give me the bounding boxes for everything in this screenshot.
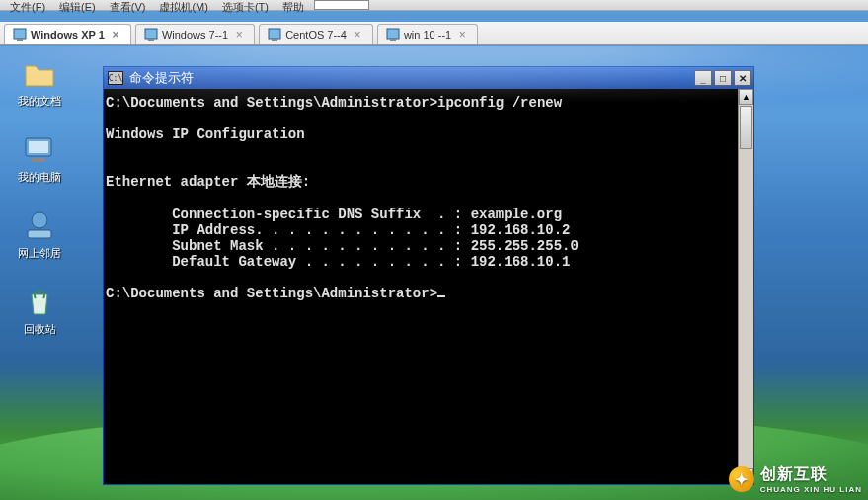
svg-rect-1	[17, 39, 23, 41]
menu-file[interactable]: 文件(F)	[4, 0, 51, 15]
vm-tabstrip: Windows XP 1 × Windows 7--1 × CentOS 7--…	[0, 22, 868, 45]
svg-rect-3	[148, 39, 154, 41]
watermark: ✦ 创新互联 CHUANG XIN HU LIAN	[729, 464, 862, 494]
cmd-mask: Subnet Mask . . . . . . . . . . . : 255.…	[106, 238, 579, 254]
svg-rect-6	[387, 29, 399, 39]
scroll-thumb[interactable]	[740, 106, 752, 149]
watermark-icon: ✦	[729, 466, 754, 492]
menu-tabs[interactable]: 选项卡(T)	[216, 0, 275, 15]
icon-my-computer[interactable]: 我的电脑	[10, 132, 69, 185]
svg-rect-5	[272, 39, 277, 41]
tab-close-icon[interactable]: ×	[455, 28, 469, 42]
menu-vm[interactable]: 虚拟机(M)	[153, 0, 214, 15]
cmd-gw: Default Gateway . . . . . . . . . : 192.…	[106, 254, 570, 270]
icon-label: 我的文档	[18, 94, 61, 109]
maximize-button[interactable]: □	[714, 70, 732, 86]
cmd-prompt: C:\Documents and Settings\Administrator>	[106, 95, 437, 111]
cmd-scrollbar[interactable]: ▲ ▼	[738, 89, 753, 484]
vm-icon	[268, 28, 281, 42]
watermark-sub: CHUANG XIN HU LIAN	[760, 485, 862, 494]
cmd-command: ipconfig /renew	[437, 95, 562, 111]
tab-centos-7[interactable]: CentOS 7--4 ×	[259, 24, 373, 44]
folder-icon	[22, 56, 57, 92]
cmd-terminal[interactable]: C:\Documents and Settings\Administrator>…	[104, 89, 738, 484]
watermark-main: 创新互联	[760, 465, 828, 482]
recycle-icon	[22, 285, 57, 320]
menu-view[interactable]: 查看(V)	[104, 0, 152, 15]
tab-close-icon[interactable]: ×	[351, 28, 364, 42]
cmd-cursor	[437, 295, 445, 297]
cmd-window: C:\ 命令提示符 _ □ ✕ C:\Documents and Setting…	[103, 66, 754, 485]
cmd-heading: Windows IP Configuration	[106, 126, 305, 142]
tab-label: win 10 --1	[404, 29, 451, 41]
network-icon	[22, 208, 57, 244]
vm-icon	[13, 28, 27, 42]
cmd-prompt: C:\Documents and Settings\Administrator>	[106, 286, 437, 301]
icon-label: 网上邻居	[18, 246, 61, 261]
svg-rect-0	[14, 29, 26, 39]
computer-icon	[22, 132, 57, 168]
vm-icon	[144, 28, 158, 42]
tab-win-10[interactable]: win 10 --1 ×	[377, 24, 478, 44]
tab-windows-xp[interactable]: Windows XP 1 ×	[4, 24, 131, 44]
cmd-dns: Connection-specific DNS Suffix . : examp…	[106, 207, 562, 222]
svg-rect-4	[269, 29, 280, 39]
desktop-icons: 我的文档 我的电脑 网上邻居 回收站	[10, 56, 69, 337]
tab-label: Windows 7--1	[162, 29, 228, 41]
svg-point-11	[32, 212, 47, 228]
close-button[interactable]: ✕	[734, 70, 751, 86]
tab-windows-7[interactable]: Windows 7--1 ×	[135, 24, 255, 44]
cmd-title: 命令提示符	[129, 69, 692, 87]
icon-recycle-bin[interactable]: 回收站	[10, 285, 69, 337]
scroll-up-icon[interactable]: ▲	[739, 89, 753, 105]
icon-network-places[interactable]: 网上邻居	[10, 208, 69, 261]
cmd-titlebar[interactable]: C:\ 命令提示符 _ □ ✕	[104, 67, 753, 89]
cmd-ip: IP Address. . . . . . . . . . . . : 192.…	[106, 222, 570, 238]
guest-desktop[interactable]: 我的文档 我的电脑 网上邻居 回收站 C:\ 命令提示符 _ □ ✕ C:\Do…	[0, 46, 868, 500]
zoom-spinner[interactable]	[314, 0, 369, 10]
menu-help[interactable]: 帮助	[276, 0, 310, 15]
cmd-adapter: Ethernet adapter 本地连接:	[106, 174, 310, 190]
menu-edit[interactable]: 编辑(E)	[53, 0, 102, 15]
tab-close-icon[interactable]: ×	[232, 28, 246, 42]
vm-icon	[386, 28, 400, 42]
icon-my-documents[interactable]: 我的文档	[10, 56, 69, 109]
tab-close-icon[interactable]: ×	[109, 28, 122, 42]
icon-label: 回收站	[24, 322, 56, 337]
tab-label: CentOS 7--4	[285, 29, 347, 41]
minimize-button[interactable]: _	[694, 70, 712, 86]
svg-rect-12	[28, 230, 51, 238]
cmd-app-icon: C:\	[108, 71, 123, 85]
svg-rect-9	[29, 141, 48, 153]
svg-rect-10	[32, 158, 45, 162]
cmd-body: C:\Documents and Settings\Administrator>…	[104, 89, 753, 484]
svg-rect-7	[390, 39, 396, 41]
app-menubar: 文件(F) 编辑(E) 查看(V) 虚拟机(M) 选项卡(T) 帮助	[0, 0, 868, 11]
tab-label: Windows XP 1	[31, 29, 105, 41]
icon-label: 我的电脑	[18, 170, 61, 185]
svg-rect-2	[145, 29, 157, 39]
